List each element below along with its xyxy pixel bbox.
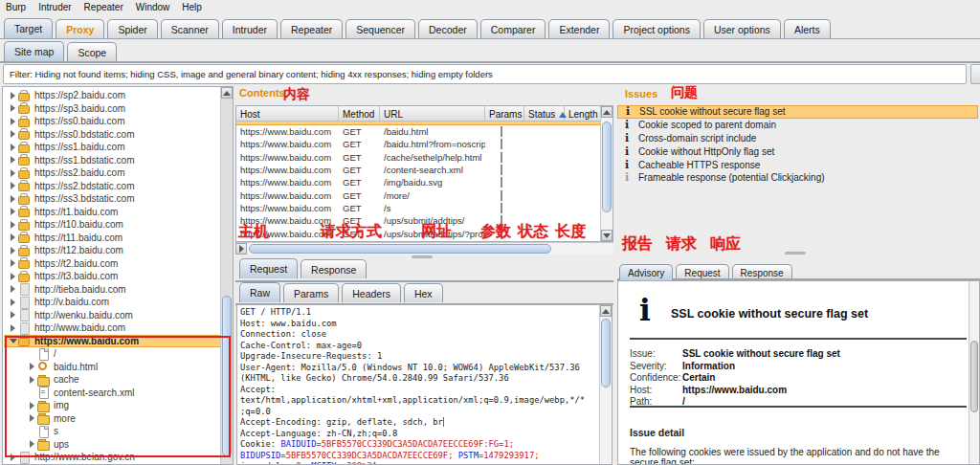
- column-header-url[interactable]: URL: [380, 106, 485, 121]
- sitemap-node[interactable]: https://t11.baidu.com: [4, 232, 221, 245]
- params-checkbox[interactable]: [501, 203, 502, 213]
- menu-item-intruder[interactable]: Intruder: [38, 2, 71, 12]
- table-row[interactable]: https://www.baidu.comGET/cache/sethelp/h…: [236, 151, 612, 164]
- issue-item[interactable]: iCross-domain script include: [617, 132, 978, 145]
- tab-alerts[interactable]: Alerts: [784, 19, 831, 38]
- expand-arrow-icon[interactable]: [8, 195, 18, 203]
- tab-extender[interactable]: Extender: [548, 19, 610, 38]
- expand-arrow-icon[interactable]: [8, 169, 18, 177]
- tab-sequencer[interactable]: Sequencer: [345, 19, 415, 38]
- sitemap-node[interactable]: https://t3.baidu.com: [4, 270, 221, 283]
- expand-arrow-icon[interactable]: [8, 104, 18, 112]
- column-header-length[interactable]: Length: [565, 106, 601, 121]
- sitemap-node[interactable]: https://t10.baidu.com: [4, 218, 221, 232]
- view-tab-raw[interactable]: Raw: [239, 282, 280, 302]
- table-row[interactable]: https://www.baidu.comGET/img/baidu.svg: [236, 176, 612, 188]
- column-header-method[interactable]: Method: [339, 106, 380, 121]
- horizontal-splitter-grip[interactable]: [785, 252, 806, 255]
- expand-arrow-icon[interactable]: [8, 273, 18, 280]
- sitemap-node[interactable]: cache: [4, 373, 221, 387]
- sitemap-node[interactable]: s: [4, 425, 221, 438]
- menu-item-repeater[interactable]: Repeater: [84, 2, 123, 12]
- tab-scanner[interactable]: Scanner: [161, 19, 219, 38]
- sitemap-node[interactable]: baidu.html: [4, 361, 221, 374]
- view-tab-hex[interactable]: Hex: [404, 283, 443, 302]
- tab-comparer[interactable]: Comparer: [480, 19, 546, 38]
- sitemap-node[interactable]: /: [4, 347, 221, 361]
- table-row[interactable]: https://www.baidu.comGET/content-search.…: [236, 164, 612, 176]
- view-tab-params[interactable]: Params: [283, 283, 339, 302]
- contents-vertical-scrollbar[interactable]: [600, 106, 612, 241]
- filter-bar[interactable]: Filter: Hiding not found items; hiding C…: [3, 64, 967, 84]
- tab-spider[interactable]: Spider: [107, 19, 157, 38]
- issue-item[interactable]: iSSL cookie without secure flag set: [617, 105, 978, 119]
- tree-vertical-scrollbar[interactable]: [220, 87, 233, 464]
- expand-arrow-icon[interactable]: [8, 156, 18, 164]
- sitemap-node[interactable]: http://www.beian.gov.cn: [4, 451, 221, 464]
- expand-arrow-icon[interactable]: [8, 221, 18, 229]
- table-row[interactable]: https://www.baidu.comGET/baidu.html?from…: [236, 138, 612, 150]
- sitemap-node[interactable]: img: [4, 399, 221, 412]
- sitemap-node[interactable]: http://www.baidu.com: [4, 321, 221, 335]
- advisory-tab-advisory[interactable]: Advisory: [619, 264, 673, 280]
- sitemap-node[interactable]: more: [4, 412, 221, 426]
- tab-intruder[interactable]: Intruder: [222, 19, 278, 38]
- issue-item[interactable]: iFrameable response (potential Clickjack…: [617, 171, 978, 185]
- scroll-right-button[interactable]: [235, 243, 247, 255]
- sitemap-node[interactable]: https://ss1.baidu.com: [4, 141, 221, 154]
- sitemap-node[interactable]: https://t12.baidu.com: [4, 244, 221, 257]
- params-checkbox[interactable]: [501, 139, 502, 149]
- scroll-up-button[interactable]: [600, 305, 612, 317]
- menu-item-help[interactable]: Help: [182, 2, 202, 12]
- tab-project-options[interactable]: Project options: [612, 19, 700, 38]
- sitemap-node[interactable]: http://tieba.baidu.com: [4, 283, 221, 297]
- message-tab-request[interactable]: Request: [239, 258, 298, 278]
- expand-arrow-icon[interactable]: [8, 285, 18, 293]
- expand-arrow-icon[interactable]: [27, 414, 37, 422]
- params-checkbox[interactable]: [501, 177, 502, 188]
- expand-arrow-icon[interactable]: [27, 440, 37, 448]
- sitemap-node[interactable]: https://ss3.bdstatic.com: [4, 192, 221, 206]
- tree-scroll-thumb[interactable]: [222, 296, 232, 456]
- expand-arrow-icon[interactable]: [8, 247, 18, 255]
- table-row[interactable]: https://www.baidu.comGET/s: [236, 202, 612, 214]
- params-checkbox[interactable]: [501, 165, 502, 175]
- params-checkbox[interactable]: [501, 126, 502, 137]
- contents-scroll-thumb[interactable]: [602, 122, 612, 212]
- params-checkbox[interactable]: [501, 190, 502, 201]
- expand-arrow-icon[interactable]: [27, 363, 37, 370]
- subtab-site-map[interactable]: Site map: [4, 41, 64, 61]
- table-row[interactable]: https://www.baidu.comGET/more/: [236, 188, 612, 201]
- tab-repeater[interactable]: Repeater: [280, 19, 343, 38]
- filter-right-control-partial[interactable]: [970, 64, 980, 84]
- sitemap-node[interactable]: https://ss2.bdstatic.com: [4, 180, 221, 193]
- column-header-host[interactable]: Host: [236, 106, 339, 121]
- expand-arrow-icon[interactable]: [8, 311, 18, 319]
- sitemap-node[interactable]: https://ss0.baidu.com: [4, 115, 221, 128]
- expand-arrow-icon[interactable]: [8, 118, 18, 125]
- sitemap-node[interactable]: https://t1.baidu.com: [4, 206, 221, 219]
- advisory-vertical-scrollbar[interactable]: [969, 281, 979, 464]
- expand-arrow-icon[interactable]: [8, 130, 18, 138]
- view-tab-headers[interactable]: Headers: [342, 283, 401, 302]
- editor-scroll-thumb[interactable]: [601, 319, 611, 388]
- column-header-status[interactable]: Status: [524, 106, 565, 121]
- tab-proxy[interactable]: Proxy: [56, 19, 104, 38]
- expand-arrow-icon[interactable]: [8, 92, 18, 100]
- expand-arrow-icon[interactable]: [8, 259, 18, 267]
- column-header-params[interactable]: Params: [485, 106, 524, 121]
- tab-user-options[interactable]: User options: [703, 19, 781, 38]
- tab-target[interactable]: Target: [4, 18, 53, 38]
- sitemap-node[interactable]: https://t2.baidu.com: [4, 257, 221, 271]
- scroll-up-button[interactable]: [601, 106, 612, 118]
- tab-decoder[interactable]: Decoder: [418, 19, 478, 38]
- sitemap-node[interactable]: content-search.xml: [4, 387, 221, 400]
- sitemap-node[interactable]: https://ss0.bdstatic.com: [4, 128, 221, 142]
- params-checkbox[interactable]: [501, 152, 502, 163]
- issue-item[interactable]: iCacheable HTTPS response: [617, 158, 978, 171]
- message-tab-response[interactable]: Response: [301, 259, 367, 278]
- sitemap-node[interactable]: ups: [4, 438, 221, 452]
- sitemap-node[interactable]: https://www.baidu.com: [4, 335, 221, 348]
- sitemap-node[interactable]: https://sp3.baidu.com: [4, 102, 221, 116]
- sitemap-node[interactable]: https://ss1.bdstatic.com: [4, 154, 221, 167]
